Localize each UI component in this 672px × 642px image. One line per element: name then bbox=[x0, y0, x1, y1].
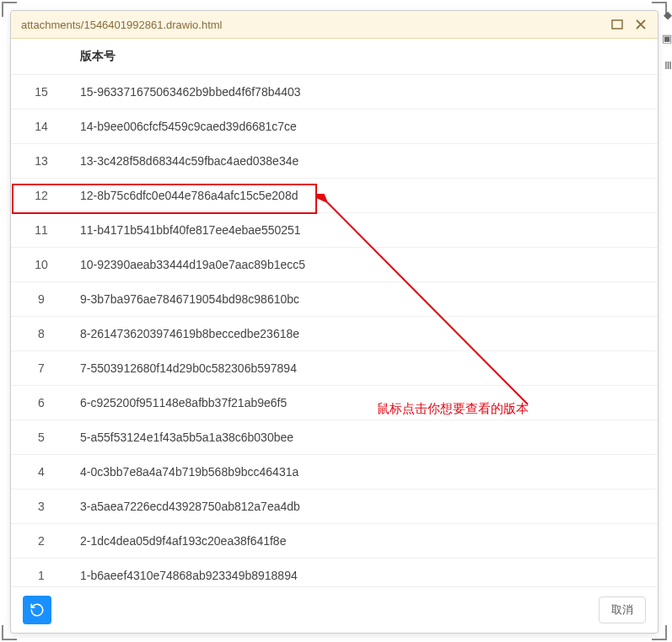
row-number: 9 bbox=[11, 282, 72, 317]
restore-button[interactable] bbox=[23, 596, 51, 624]
version-history-dialog: attachments/1546401992861.drawio.html 版本… bbox=[10, 10, 659, 634]
table-row[interactable]: 99-3b7ba976ae7846719054bd98c98610bc bbox=[11, 282, 658, 317]
table-row[interactable]: 22-1dc4dea05d9f4af193c20ea38f641f8e bbox=[11, 524, 658, 559]
version-table-container: 版本号 1515-963371675063462b9bbed4f6f78b440… bbox=[11, 39, 658, 586]
row-version: 14-b9ee006cfcf5459c9caed39d6681c7ce bbox=[72, 110, 658, 144]
row-number: 1 bbox=[11, 559, 72, 587]
dialog-footer: 取消 bbox=[11, 586, 658, 633]
row-number: 2 bbox=[11, 524, 72, 559]
row-version: 7-5503912680f14d29b0c582306b597894 bbox=[72, 351, 658, 386]
table-row[interactable]: 11-b6aeef4310e74868ab923349b8918894 bbox=[11, 559, 658, 587]
row-version: 15-963371675063462b9bbed4f6f78b4403 bbox=[72, 75, 658, 110]
row-number: 3 bbox=[11, 490, 72, 524]
column-header-version: 版本号 bbox=[72, 39, 658, 75]
row-version: 1-b6aeef4310e74868ab923349b8918894 bbox=[72, 559, 658, 587]
svg-rect-0 bbox=[612, 20, 622, 29]
table-row[interactable]: 66-c925200f951148e8afbb37f21ab9e6f5 bbox=[11, 386, 658, 420]
row-number: 5 bbox=[11, 420, 72, 455]
table-row[interactable]: 1111-b4171b541bbf40fe817ee4ebae550251 bbox=[11, 213, 658, 248]
table-row[interactable]: 1010-92390aeab33444d19a0e7aac89b1ecc5 bbox=[11, 248, 658, 282]
table-row[interactable]: 77-5503912680f14d29b0c582306b597894 bbox=[11, 351, 658, 386]
bars-icon: Ⅲ bbox=[664, 59, 672, 72]
row-version: 10-92390aeab33444d19a0e7aac89b1ecc5 bbox=[72, 248, 658, 282]
table-row[interactable]: 1313-3c428f58d68344c59fbac4aed038e34e bbox=[11, 144, 658, 179]
row-version: 6-c925200f951148e8afbb37f21ab9e6f5 bbox=[72, 386, 658, 420]
version-table: 版本号 1515-963371675063462b9bbed4f6f78b440… bbox=[11, 39, 658, 586]
row-version: 9-3b7ba976ae7846719054bd98c98610bc bbox=[72, 282, 658, 317]
column-header-number bbox=[11, 39, 72, 75]
row-number: 7 bbox=[11, 351, 72, 386]
cancel-button[interactable]: 取消 bbox=[599, 597, 646, 623]
table-row[interactable]: 33-a5aea7226ecd43928750ab812a7ea4db bbox=[11, 490, 658, 524]
row-number: 6 bbox=[11, 386, 72, 420]
row-version: 11-b4171b541bbf40fe817ee4ebae550251 bbox=[72, 213, 658, 248]
table-row[interactable]: 88-2614736203974619b8beccedbe23618e bbox=[11, 317, 658, 351]
dialog-header: attachments/1546401992861.drawio.html bbox=[11, 11, 658, 39]
table-row[interactable]: 1212-8b75c6dfc0e044e786a4afc15c5e208d bbox=[11, 179, 658, 213]
row-number: 4 bbox=[11, 455, 72, 490]
row-version: 4-0c3bb7e8a4a74b719b568b9bcc46431a bbox=[72, 455, 658, 490]
maximize-icon[interactable] bbox=[610, 18, 624, 31]
row-number: 10 bbox=[11, 248, 72, 282]
row-version: 12-8b75c6dfc0e044e786a4afc15c5e208d bbox=[72, 179, 658, 213]
dialog-title: attachments/1546401992861.drawio.html bbox=[21, 19, 223, 31]
close-icon[interactable] bbox=[634, 18, 648, 31]
side-decoration: ◆ ▣ Ⅲ bbox=[662, 0, 672, 642]
table-row[interactable]: 1515-963371675063462b9bbed4f6f78b4403 bbox=[11, 75, 658, 110]
row-number: 11 bbox=[11, 213, 72, 248]
row-version: 5-a55f53124e1f43a5b5a1a38c6b030bee bbox=[72, 420, 658, 455]
row-number: 13 bbox=[11, 144, 72, 179]
nav-up-icon: ◆ bbox=[664, 8, 672, 21]
row-version: 8-2614736203974619b8beccedbe23618e bbox=[72, 317, 658, 351]
table-row[interactable]: 1414-b9ee006cfcf5459c9caed39d6681c7ce bbox=[11, 110, 658, 144]
table-row[interactable]: 55-a55f53124e1f43a5b5a1a38c6b030bee bbox=[11, 420, 658, 455]
row-number: 12 bbox=[11, 179, 72, 213]
row-version: 2-1dc4dea05d9f4af193c20ea38f641f8e bbox=[72, 524, 658, 559]
cube-icon: ▣ bbox=[662, 32, 672, 45]
table-row[interactable]: 44-0c3bb7e8a4a74b719b568b9bcc46431a bbox=[11, 455, 658, 490]
row-number: 8 bbox=[11, 317, 72, 351]
row-number: 14 bbox=[11, 110, 72, 144]
row-version: 3-a5aea7226ecd43928750ab812a7ea4db bbox=[72, 490, 658, 524]
row-number: 15 bbox=[11, 75, 72, 110]
row-version: 13-3c428f58d68344c59fbac4aed038e34e bbox=[72, 144, 658, 179]
